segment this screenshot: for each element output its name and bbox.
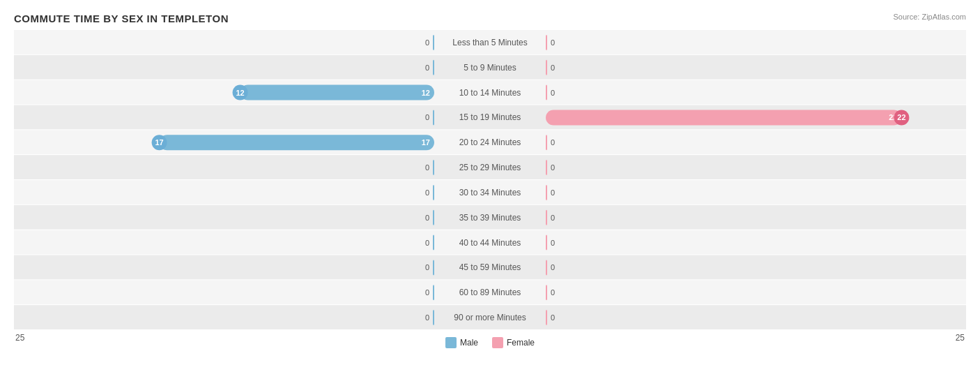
- svg-rect-13: [240, 85, 434, 100]
- svg-rect-50: [546, 235, 547, 251]
- legend-female-label: Female: [507, 338, 535, 348]
- svg-rect-25: [160, 135, 434, 150]
- svg-text:0: 0: [425, 163, 429, 172]
- svg-rect-20: [546, 110, 901, 125]
- svg-text:0: 0: [551, 188, 555, 197]
- svg-rect-8: [546, 60, 547, 75]
- svg-text:17: 17: [155, 138, 163, 147]
- svg-text:0: 0: [551, 239, 555, 247]
- svg-rect-26: [546, 135, 547, 150]
- svg-text:17: 17: [422, 138, 430, 147]
- svg-text:Less than 5 Minutes: Less than 5 Minutes: [452, 38, 527, 47]
- svg-text:0: 0: [551, 163, 555, 172]
- svg-text:0: 0: [425, 188, 429, 197]
- svg-rect-1: [433, 35, 434, 50]
- svg-text:0: 0: [425, 288, 429, 297]
- svg-rect-49: [433, 235, 434, 251]
- svg-rect-56: [546, 260, 547, 275]
- svg-text:15 to 19 Minutes: 15 to 19 Minutes: [459, 112, 521, 122]
- svg-text:45 to 59 Minutes: 45 to 59 Minutes: [459, 262, 521, 272]
- svg-rect-43: [433, 210, 434, 225]
- svg-text:25 to 29 Minutes: 25 to 29 Minutes: [459, 163, 521, 172]
- svg-rect-14: [546, 85, 547, 100]
- legend-female-box: [492, 337, 503, 348]
- svg-rect-55: [433, 260, 434, 275]
- svg-text:0: 0: [425, 313, 429, 322]
- svg-text:0: 0: [551, 138, 555, 147]
- svg-rect-68: [546, 310, 547, 325]
- svg-text:0: 0: [551, 89, 555, 97]
- legend-female: Female: [492, 337, 535, 348]
- svg-text:60 to 89 Minutes: 60 to 89 Minutes: [459, 288, 521, 297]
- chart-legend: Male Female: [445, 337, 535, 348]
- svg-text:0: 0: [425, 263, 429, 271]
- svg-rect-32: [546, 160, 547, 175]
- legend-male: Male: [445, 337, 478, 348]
- svg-text:0: 0: [551, 38, 555, 47]
- svg-rect-19: [433, 110, 434, 125]
- svg-text:12: 12: [236, 89, 244, 97]
- svg-text:0: 0: [425, 38, 429, 47]
- svg-text:35 to 39 Minutes: 35 to 39 Minutes: [459, 213, 521, 223]
- svg-rect-38: [546, 185, 547, 200]
- axis-right: 25: [956, 333, 965, 348]
- svg-rect-61: [433, 285, 434, 300]
- svg-rect-62: [546, 285, 547, 300]
- axis-left: 25: [15, 333, 24, 348]
- svg-rect-44: [546, 210, 547, 225]
- svg-text:0: 0: [551, 288, 555, 297]
- bar-chart: Less than 5 Minutes005 to 9 Minutes0010 …: [14, 30, 966, 330]
- svg-text:22: 22: [897, 113, 905, 121]
- legend-male-box: [445, 337, 457, 348]
- svg-text:90 or more Minutes: 90 or more Minutes: [454, 313, 526, 322]
- chart-title: COMMUTE TIME BY SEX IN TEMPLETON: [14, 13, 966, 24]
- svg-text:0: 0: [425, 113, 429, 121]
- svg-text:0: 0: [551, 263, 555, 271]
- chart-area: Less than 5 Minutes005 to 9 Minutes0010 …: [14, 30, 966, 330]
- legend-male-label: Male: [460, 338, 478, 348]
- svg-text:0: 0: [551, 313, 555, 322]
- svg-rect-31: [433, 160, 434, 175]
- svg-text:30 to 34 Minutes: 30 to 34 Minutes: [459, 188, 521, 198]
- svg-rect-7: [433, 60, 434, 75]
- svg-text:0: 0: [425, 239, 429, 247]
- svg-text:5 to 9 Minutes: 5 to 9 Minutes: [464, 63, 516, 73]
- svg-text:0: 0: [425, 64, 429, 72]
- chart-container: COMMUTE TIME BY SEX IN TEMPLETON Source:…: [0, 0, 980, 365]
- svg-rect-2: [546, 35, 547, 50]
- svg-text:12: 12: [422, 89, 430, 97]
- svg-text:40 to 44 Minutes: 40 to 44 Minutes: [459, 238, 521, 248]
- svg-rect-67: [433, 310, 434, 325]
- axis-labels: 25 Male Female 25: [14, 333, 966, 348]
- svg-text:20 to 24 Minutes: 20 to 24 Minutes: [459, 137, 521, 147]
- svg-text:0: 0: [551, 64, 555, 72]
- source-label: Source: ZipAtlas.com: [893, 13, 966, 21]
- svg-text:0: 0: [425, 214, 429, 222]
- svg-rect-37: [433, 185, 434, 200]
- svg-text:10 to 14 Minutes: 10 to 14 Minutes: [459, 88, 521, 98]
- svg-text:0: 0: [551, 214, 555, 222]
